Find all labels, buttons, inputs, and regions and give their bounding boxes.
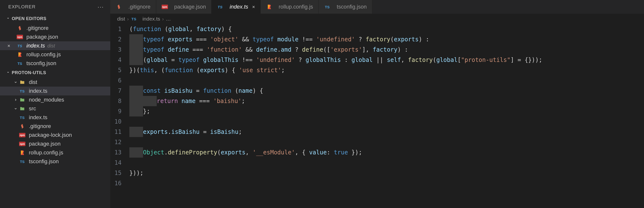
tab-label: .gitignore <box>128 4 150 10</box>
rollup-icon <box>19 149 26 156</box>
tree-file[interactable]: TSindex.ts <box>0 113 110 122</box>
tsconfig-icon: TS <box>17 60 23 67</box>
tree-file[interactable]: npmpackage-lock.json <box>0 131 110 139</box>
tree-item-label: index.ts <box>29 88 48 94</box>
npm-icon: npm <box>19 132 26 138</box>
folder-icon <box>19 79 26 85</box>
editor-tab[interactable]: TSindex.ts× <box>212 0 261 14</box>
tree-item-label: index.ts <box>29 114 48 121</box>
editor-tab[interactable]: rollup.config.js <box>261 0 319 14</box>
editor-tab[interactable]: TStsconfig.json <box>318 0 372 14</box>
open-editor-item[interactable]: npmpackage.json <box>0 33 110 41</box>
explorer-more-icon[interactable]: ··· <box>98 4 104 10</box>
tree-item-label: .gitignore <box>29 123 51 129</box>
rollup-icon <box>17 51 23 58</box>
typescript-icon: TS <box>17 43 23 49</box>
tab-label: package.json <box>174 4 206 10</box>
typescript-icon: TS <box>19 88 26 94</box>
typescript-icon: TS <box>217 4 223 10</box>
open-editor-item[interactable]: .gitignore <box>0 24 110 33</box>
tree-file[interactable]: npmpackage.json <box>0 139 110 148</box>
explorer-sidebar: EXPLORER ··· OPEN EDITORS .gitignorenpmp… <box>0 0 110 208</box>
code-content[interactable]: (function (global, factory) {typeof expo… <box>127 24 644 208</box>
chevron-right-icon: › <box>162 16 164 22</box>
editor-tabs: .gitignorenpmpackage.jsonTSindex.ts×roll… <box>110 0 644 14</box>
tsconfig-icon: TS <box>19 158 26 165</box>
editor-tab[interactable]: npmpackage.json <box>156 0 212 14</box>
tree-file[interactable]: .gitignore <box>0 122 110 131</box>
file-label: .gitignore <box>26 25 49 31</box>
npm-icon: npm <box>162 4 168 10</box>
project-section[interactable]: PROTON-UTILS <box>0 68 110 78</box>
gitignore-icon <box>116 4 122 10</box>
npm-icon: npm <box>19 141 26 147</box>
tree-item-label: rollup.config.js <box>29 149 63 156</box>
tree-file[interactable]: rollup.config.js <box>0 148 110 157</box>
crumb-tail[interactable]: … <box>166 16 171 22</box>
open-editor-item[interactable]: ×TSindex.tsdist <box>0 41 110 50</box>
tree-folder[interactable]: dist <box>0 78 110 87</box>
tsconfig-icon: TS <box>324 4 330 10</box>
crumb-part[interactable]: dist <box>117 16 125 22</box>
file-label: tsconfig.json <box>26 60 56 67</box>
chevron-down-icon <box>6 70 12 75</box>
folder-icon <box>19 105 26 112</box>
tab-label: index.ts <box>230 4 248 10</box>
tree-folder[interactable]: src <box>0 104 110 113</box>
folder-icon <box>19 97 26 103</box>
crumb-part[interactable]: index.ts <box>142 16 160 22</box>
code-editor[interactable]: 12345678910111213141516 (function (globa… <box>110 24 644 208</box>
tab-label: rollup.config.js <box>279 4 313 10</box>
file-label: package.json <box>26 34 58 40</box>
close-icon[interactable]: × <box>7 43 10 49</box>
chevron-down-icon <box>6 16 12 21</box>
rollup-icon <box>266 4 272 10</box>
tree-item-label: src <box>29 105 36 112</box>
chevron-down-icon <box>12 105 19 112</box>
open-editors-section[interactable]: OPEN EDITORS <box>0 14 110 24</box>
chevron-down-icon <box>12 79 19 85</box>
gitignore-icon <box>17 25 23 31</box>
typescript-icon: TS <box>19 114 26 121</box>
chevron-right-icon: › <box>127 16 129 22</box>
explorer-title: EXPLORER <box>8 4 36 10</box>
typescript-icon: TS <box>131 16 137 22</box>
tree-file[interactable]: TSindex.ts <box>0 87 110 95</box>
tree-item-label: package.json <box>29 141 61 147</box>
chevron-right-icon <box>12 97 19 103</box>
tree-item-label: node_modules <box>29 97 64 103</box>
tree-item-label: package-lock.json <box>29 132 72 138</box>
editor-tab[interactable]: .gitignore <box>110 0 156 14</box>
line-numbers: 12345678910111213141516 <box>110 24 127 208</box>
npm-icon: npm <box>17 34 23 40</box>
gitignore-icon <box>19 123 26 129</box>
open-editor-item[interactable]: rollup.config.js <box>0 50 110 59</box>
file-path-suffix: dist <box>48 43 55 49</box>
breadcrumb[interactable]: dist›TSindex.ts›… <box>110 14 644 24</box>
tree-file[interactable]: TStsconfig.json <box>0 157 110 166</box>
file-label: index.ts <box>26 43 45 49</box>
tree-item-label: dist <box>29 79 37 85</box>
tree-item-label: tsconfig.json <box>29 158 59 165</box>
open-editor-item[interactable]: TStsconfig.json <box>0 59 110 68</box>
close-icon[interactable]: × <box>252 4 255 10</box>
file-label: rollup.config.js <box>26 51 61 58</box>
tab-label: tsconfig.json <box>337 4 366 10</box>
tree-folder[interactable]: node_modules <box>0 95 110 104</box>
